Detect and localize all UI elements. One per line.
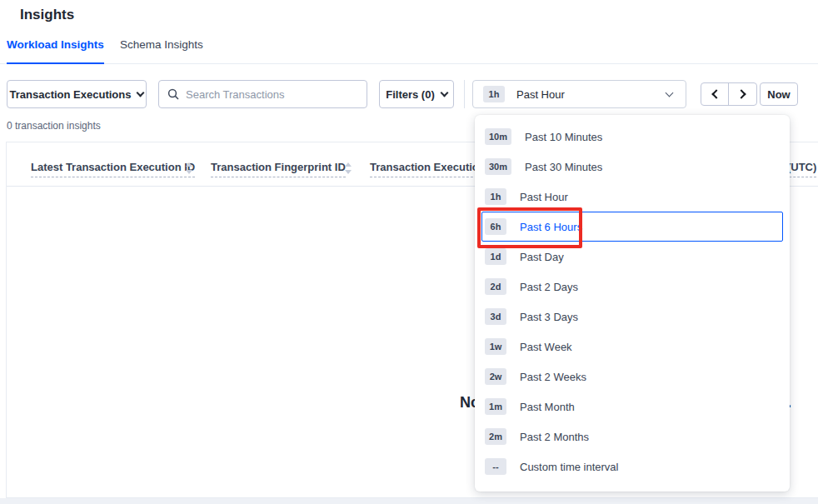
- filters-button-label: Filters (0): [386, 88, 435, 101]
- prev-interval-button[interactable]: [701, 83, 729, 105]
- column-header-latest-txn-exec-id[interactable]: Latest Transaction Execution ID: [31, 161, 195, 173]
- workload-type-select-label: Transaction Executions: [10, 88, 132, 101]
- time-interval-label: Past Hour: [516, 88, 565, 101]
- next-interval-button[interactable]: [729, 83, 756, 105]
- time-interval-badge: 1h: [483, 86, 505, 102]
- tab-bar: Workload Insights Schema Insights: [0, 33, 818, 64]
- time-option-2m[interactable]: 2m Past 2 Months: [475, 422, 790, 452]
- time-option-badge: 1d: [485, 248, 506, 265]
- time-option-badge: 6h: [485, 218, 506, 235]
- time-option-badge: 1m: [485, 398, 506, 415]
- search-box[interactable]: [158, 80, 367, 108]
- time-option-1m[interactable]: 1m Past Month: [475, 392, 790, 422]
- column-header-txn-execution[interactable]: Transaction Execution: [370, 161, 486, 173]
- time-option-badge: --: [485, 458, 506, 475]
- time-option-badge: 1w: [485, 338, 506, 355]
- time-option-2d[interactable]: 2d Past 2 Days: [475, 272, 790, 302]
- sort-icon[interactable]: [186, 162, 192, 174]
- time-option-3d[interactable]: 3d Past 3 Days: [475, 302, 790, 332]
- toolbar-divider: [464, 80, 465, 108]
- time-interval-select[interactable]: 1h Past Hour: [472, 80, 686, 108]
- page-title: Insights: [20, 7, 74, 23]
- sort-icon[interactable]: [345, 162, 352, 174]
- now-button[interactable]: Now: [760, 82, 798, 106]
- time-option-badge: 30m: [485, 158, 511, 175]
- tab-workload-insights[interactable]: Workload Insights: [7, 38, 104, 64]
- insights-count: 0 transaction insights: [7, 120, 101, 132]
- search-input[interactable]: [186, 88, 358, 101]
- time-option-badge: 10m: [485, 128, 511, 145]
- time-option-10m[interactable]: 10m Past 10 Minutes: [475, 122, 790, 152]
- filters-button[interactable]: Filters (0): [379, 80, 454, 108]
- time-option-badge: 2m: [485, 428, 506, 445]
- chevron-left-icon: [711, 89, 721, 98]
- column-header-txn-fingerprint-id[interactable]: Transaction Fingerprint ID: [211, 161, 346, 173]
- search-icon: [167, 88, 179, 100]
- page-bottom-strip: [0, 498, 818, 504]
- chevron-down-icon: [440, 88, 448, 97]
- time-option-30m[interactable]: 30m Past 30 Minutes: [475, 152, 790, 182]
- workload-type-select[interactable]: Transaction Executions: [7, 80, 147, 108]
- time-option-badge: 2w: [485, 368, 506, 385]
- time-option-2w[interactable]: 2w Past 2 Weeks: [475, 362, 790, 392]
- time-option-badge: 3d: [485, 308, 506, 325]
- time-interval-dropdown: 10m Past 10 Minutes 30m Past 30 Minutes …: [475, 115, 790, 492]
- time-nav-group: [701, 82, 757, 106]
- chevron-right-icon: [736, 89, 746, 98]
- time-option-custom[interactable]: -- Custom time interval: [475, 452, 790, 482]
- time-option-1h[interactable]: 1h Past Hour: [475, 182, 790, 212]
- time-option-1w[interactable]: 1w Past Week: [475, 332, 790, 362]
- time-option-badge: 1h: [485, 188, 506, 205]
- time-option-6h[interactable]: 6h Past 6 Hours: [481, 212, 783, 242]
- chevron-down-icon: [666, 88, 674, 97]
- chevron-down-icon: [137, 88, 145, 97]
- time-option-badge: 2d: [485, 278, 506, 295]
- time-option-1d[interactable]: 1d Past Day: [475, 242, 790, 272]
- tab-schema-insights[interactable]: Schema Insights: [120, 38, 203, 64]
